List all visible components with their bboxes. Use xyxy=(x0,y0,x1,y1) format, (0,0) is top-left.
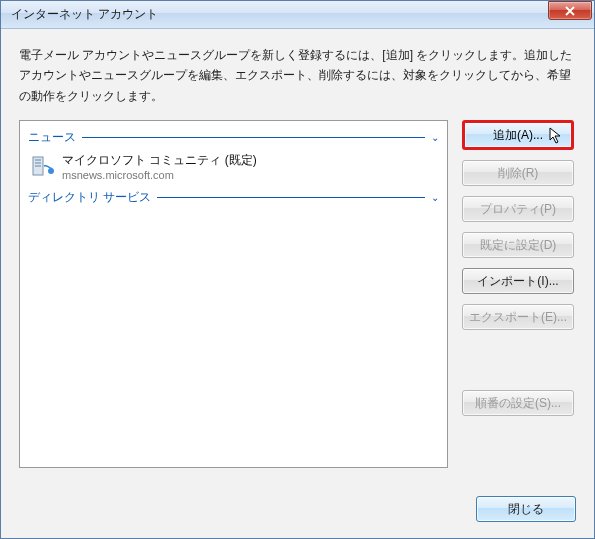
account-text: マイクロソフト コミュニティ (既定) msnews.microsoft.com xyxy=(62,152,257,181)
dialog-footer: 閉じる xyxy=(19,478,576,522)
add-button[interactable]: 追加(A)... xyxy=(462,120,574,150)
svg-point-4 xyxy=(48,168,54,174)
section-directory-label: ディレクトリ サービス xyxy=(28,189,151,206)
svg-rect-3 xyxy=(35,165,41,167)
remove-button[interactable]: 削除(R) xyxy=(462,160,574,186)
button-column: 追加(A)... 削除(R) プロパティ(P) 既定に設定(D) インポート(I… xyxy=(462,120,576,468)
set-default-button[interactable]: 既定に設定(D) xyxy=(462,232,574,258)
spacer xyxy=(462,340,576,380)
window-title: インターネット アカウント xyxy=(11,6,548,23)
main-row: ニュース ⌄ マイクロソフト コミュニティ (既定) xyxy=(19,120,576,468)
instruction-text: 電子メール アカウントやニュースグループを新しく登録するには、[追加] をクリッ… xyxy=(19,45,576,106)
accounts-list[interactable]: ニュース ⌄ マイクロソフト コミュニティ (既定) xyxy=(19,120,448,468)
cursor-icon xyxy=(549,127,565,145)
set-order-button[interactable]: 順番の設定(S)... xyxy=(462,390,574,416)
section-news[interactable]: ニュース ⌄ xyxy=(28,127,439,148)
close-icon xyxy=(564,6,576,16)
add-button-label: 追加(A)... xyxy=(493,128,543,142)
import-button[interactable]: インポート(I)... xyxy=(462,268,574,294)
chevron-down-icon: ⌄ xyxy=(431,132,439,143)
section-divider xyxy=(82,137,425,138)
properties-button[interactable]: プロパティ(P) xyxy=(462,196,574,222)
window-close-button[interactable] xyxy=(548,1,592,20)
section-news-label: ニュース xyxy=(28,129,76,146)
section-directory[interactable]: ディレクトリ サービス ⌄ xyxy=(28,187,439,208)
internet-accounts-dialog: インターネット アカウント 電子メール アカウントやニュースグループを新しく登録… xyxy=(0,0,595,539)
dialog-body: 電子メール アカウントやニュースグループを新しく登録するには、[追加] をクリッ… xyxy=(1,29,594,538)
section-divider xyxy=(157,197,425,198)
account-name: マイクロソフト コミュニティ (既定) xyxy=(62,152,257,169)
account-item[interactable]: マイクロソフト コミュニティ (既定) msnews.microsoft.com xyxy=(28,148,439,187)
account-server: msnews.microsoft.com xyxy=(62,169,257,181)
svg-rect-1 xyxy=(35,159,41,161)
server-icon xyxy=(30,154,54,178)
close-button[interactable]: 閉じる xyxy=(476,496,576,522)
export-button[interactable]: エクスポート(E)... xyxy=(462,304,574,330)
chevron-down-icon: ⌄ xyxy=(431,192,439,203)
titlebar: インターネット アカウント xyxy=(1,1,594,29)
svg-rect-2 xyxy=(35,162,41,164)
